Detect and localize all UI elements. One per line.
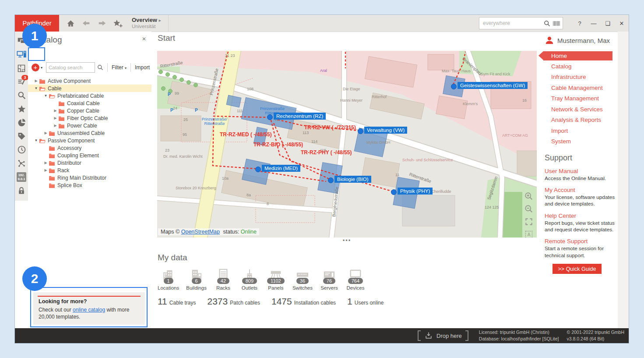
- tree-item[interactable]: ▶Fiber Optic Cable: [28, 114, 151, 122]
- minimize-button[interactable]: —: [587, 15, 601, 32]
- collapsed-arrow-icon[interactable]: ▶: [43, 131, 49, 135]
- support-item: My AccountYour license, software updates…: [543, 187, 618, 208]
- rail-topology-icon[interactable]: [15, 156, 28, 170]
- support-desc: Report bugs, view ticket status and requ…: [545, 220, 616, 234]
- tree-item[interactable]: ▶Distributor: [28, 159, 151, 167]
- rail-search-icon[interactable]: [15, 89, 28, 102]
- building-marker-label[interactable]: Physik (PHY): [398, 188, 433, 195]
- zoom-in-icon[interactable]: [524, 191, 534, 202]
- catalog-search-input[interactable]: [46, 62, 95, 73]
- tree-item[interactable]: ▶Active Component: [28, 77, 151, 85]
- rail-pie-chart-icon[interactable]: [15, 116, 28, 129]
- sidebar-item-system[interactable]: System: [543, 136, 618, 147]
- building-marker-label[interactable]: Medizin (MED): [262, 165, 300, 172]
- sidebar-item-tray-management[interactable]: Tray Management: [543, 93, 618, 104]
- copyright-text: © 2001-2022 tripunkt GmbH: [567, 329, 624, 336]
- breadcrumb[interactable]: Overview ▸ Universität: [132, 17, 168, 29]
- support-link[interactable]: User Manual: [545, 168, 618, 174]
- support-link[interactable]: Help Center: [545, 213, 618, 219]
- collapsed-arrow-icon[interactable]: ▶: [53, 124, 58, 128]
- restore-button[interactable]: ❏: [601, 15, 615, 32]
- catalog-close-icon[interactable]: ✕: [142, 36, 146, 42]
- sidebar-item-import[interactable]: Import: [543, 126, 618, 137]
- tree-item[interactable]: Coupling Element: [28, 152, 151, 159]
- tree-item[interactable]: Ring Main Distributor: [28, 174, 151, 181]
- building-marker-label[interactable]: Biologie (BIO): [334, 176, 371, 183]
- tree-item[interactable]: ▶Unassembled Cable: [28, 129, 151, 137]
- add-favorite-icon[interactable]: [110, 15, 126, 32]
- back-arrow-icon[interactable]: [78, 15, 94, 32]
- counter-label: Outlets: [242, 285, 257, 291]
- nav-icon-group: [63, 15, 126, 32]
- rail-tag-icon[interactable]: [15, 129, 28, 143]
- global-search-input[interactable]: [482, 20, 543, 27]
- catalog-search-icon[interactable]: [95, 62, 105, 73]
- rail-star-icon[interactable]: [15, 102, 28, 116]
- zoom-out-icon[interactable]: [524, 204, 534, 214]
- tree-item[interactable]: Coaxial Cable: [28, 99, 151, 107]
- collapsed-arrow-icon[interactable]: ▶: [43, 168, 49, 172]
- star-icon: [17, 104, 26, 113]
- count-badge: 76: [323, 278, 335, 284]
- building-marker-label[interactable]: Rechenzentrum (RZ): [274, 113, 326, 120]
- user-row[interactable]: Mustermann, Max: [543, 35, 618, 46]
- collapsed-arrow-icon[interactable]: ▶: [53, 109, 58, 113]
- collapsed-arrow-icon[interactable]: ▶: [43, 161, 49, 165]
- tree-item[interactable]: Splice Box: [28, 181, 151, 189]
- sidebar-item-cable-management[interactable]: Cable Management: [543, 83, 618, 94]
- map-label: Ritterhof: [372, 95, 387, 99]
- rail-clock-icon[interactable]: [15, 143, 28, 156]
- tree-item[interactable]: Accessory: [28, 144, 151, 152]
- counter-outlets: 809Outlets: [240, 268, 259, 291]
- close-button[interactable]: ✕: [615, 15, 629, 32]
- panel-splitter-handle[interactable]: •••: [157, 238, 537, 243]
- tree-item[interactable]: ▶Power Cable: [28, 122, 151, 129]
- expanded-arrow-icon[interactable]: ▼: [33, 86, 39, 90]
- support-link[interactable]: Remote Support: [545, 238, 618, 245]
- collapsed-arrow-icon[interactable]: ▶: [33, 79, 39, 83]
- tree-item[interactable]: ▶Rack: [28, 167, 151, 174]
- help-button[interactable]: ?: [573, 15, 587, 32]
- search-icon[interactable]: [543, 20, 551, 27]
- tree-item[interactable]: ▼Cable: [28, 85, 151, 92]
- sidebar-item-home[interactable]: Home: [543, 51, 612, 60]
- lock-icon: [17, 186, 26, 195]
- map-label: 8a: [246, 193, 251, 197]
- sidebar-item-network-services[interactable]: Network & Services: [543, 104, 618, 115]
- drop-zone[interactable]: Drop here: [418, 330, 468, 341]
- support-link[interactable]: My Account: [545, 187, 618, 193]
- forward-arrow-icon[interactable]: [94, 15, 110, 32]
- quick-guide-button[interactable]: >> Quick Guide: [553, 264, 602, 274]
- expanded-arrow-icon[interactable]: ▼: [43, 94, 49, 98]
- import-button[interactable]: Import: [133, 64, 151, 71]
- fullscreen-icon[interactable]: [524, 216, 534, 227]
- home-icon[interactable]: [63, 15, 78, 32]
- catalog-add-button[interactable]: + ▾: [31, 63, 43, 72]
- rail-floorplan-icon[interactable]: [15, 61, 28, 75]
- stat-item: 1475Installation cables: [271, 296, 336, 307]
- tree-item[interactable]: ▼Prefabricated Cable: [28, 92, 151, 99]
- counter-label: Servers: [320, 285, 338, 291]
- sidebar-item-analysis-reports[interactable]: Analysis & Reports: [543, 115, 618, 126]
- collapsed-arrow-icon[interactable]: ▶: [53, 116, 58, 120]
- map-view[interactable]: PrinzenstraßeRitterstraßeRitterstraßeOra…: [157, 51, 537, 237]
- filter-button[interactable]: Filter ▾: [110, 64, 128, 71]
- auto-label-icon[interactable]: A: [524, 229, 534, 237]
- building-marker-label[interactable]: Verwaltung (VW): [364, 127, 407, 134]
- tree-item[interactable]: ▶Copper Cable: [28, 107, 151, 114]
- building-marker-label[interactable]: Geisteswissenschaften (GW): [457, 82, 528, 89]
- map-label: 124 125: [485, 205, 499, 209]
- expanded-arrow-icon[interactable]: ▼: [33, 138, 39, 142]
- openstreetmap-link[interactable]: OpenStreetMap: [181, 229, 220, 235]
- sidebar-item-infrastructure[interactable]: Infrastructure: [543, 72, 618, 83]
- barcode-icon[interactable]: [553, 20, 560, 27]
- tree-item[interactable]: ▼Passive Component: [28, 137, 151, 144]
- map-label: 21 23: [225, 53, 235, 58]
- rail-devices-icon[interactable]: [15, 48, 28, 61]
- sidebar-item-catalog[interactable]: Catalog: [543, 61, 618, 72]
- building-marker-dot: [255, 167, 261, 172]
- tree-item-label: Splice Box: [57, 182, 82, 188]
- rail-tools-icon[interactable]: 3: [15, 75, 28, 89]
- rail-lock-icon[interactable]: [15, 184, 28, 197]
- rail-ip-icon[interactable]: 192.0.0.1: [15, 170, 28, 184]
